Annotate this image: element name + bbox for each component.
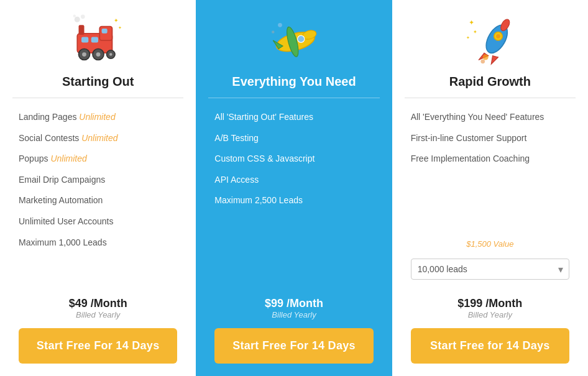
billing-period: Billed Yearly bbox=[265, 310, 323, 319]
svg-text:✦: ✦ bbox=[473, 29, 477, 35]
divider bbox=[405, 98, 576, 98]
features-list: Landing Pages UnlimitedSocial Contests U… bbox=[12, 107, 183, 286]
feature-item: Free Implementation Coaching bbox=[411, 149, 569, 170]
train-icon: ✦ ✦ bbox=[70, 12, 126, 68]
feature-item: API Access bbox=[214, 170, 373, 191]
leads-dropdown-wrap: 10,000 leads25,000 leads50,000 leads100,… bbox=[405, 252, 576, 286]
plan-name: Rapid Growth bbox=[449, 75, 531, 89]
cta-button[interactable]: Start Free for 14 Days bbox=[411, 328, 569, 364]
price: $49 /Month bbox=[69, 297, 127, 310]
svg-point-13 bbox=[81, 14, 85, 19]
pricing-info: $99 /MonthBilled Yearly bbox=[265, 297, 323, 319]
feature-item: All 'Starting Out' Features bbox=[214, 107, 373, 128]
pricing-info: $199 /MonthBilled Yearly bbox=[457, 297, 522, 319]
feature-item: All 'Everything You Need' Features bbox=[411, 107, 569, 128]
svg-point-8 bbox=[96, 52, 100, 57]
feature-item: Email Drip Campaigns bbox=[19, 170, 177, 191]
value-note: $1,500 Value bbox=[460, 238, 520, 252]
plan-name: Starting Out bbox=[62, 75, 134, 89]
billing-period: Billed Yearly bbox=[69, 310, 127, 319]
svg-point-14 bbox=[73, 14, 76, 17]
feature-item: Marketing Automation bbox=[19, 190, 177, 211]
leads-dropdown[interactable]: 10,000 leads25,000 leads50,000 leads100,… bbox=[411, 259, 569, 280]
svg-rect-3 bbox=[91, 37, 98, 42]
price: $199 /Month bbox=[457, 297, 522, 310]
svg-rect-11 bbox=[78, 25, 84, 35]
svg-rect-2 bbox=[81, 37, 88, 42]
svg-text:✦: ✦ bbox=[466, 35, 470, 40]
feature-item: Unlimited User Accounts bbox=[19, 211, 177, 232]
feature-item: Custom CSS & Javascript bbox=[214, 149, 373, 170]
feature-item: First-in-line Customer Support bbox=[411, 128, 569, 149]
billing-period: Billed Yearly bbox=[457, 310, 522, 319]
svg-point-10 bbox=[109, 53, 113, 56]
svg-point-6 bbox=[82, 52, 86, 57]
feature-item: A/B Testing bbox=[214, 128, 373, 149]
svg-text:✦: ✦ bbox=[469, 19, 475, 26]
price: $99 /Month bbox=[265, 297, 323, 310]
divider bbox=[208, 98, 379, 98]
svg-text:✦: ✦ bbox=[117, 25, 121, 30]
svg-point-12 bbox=[74, 17, 80, 22]
svg-marker-29 bbox=[492, 56, 498, 65]
feature-highlight: Unlimited bbox=[79, 112, 115, 122]
card-starting-out: ✦ ✦ Starting OutLanding Pages UnlimitedS… bbox=[0, 0, 196, 376]
cta-button[interactable]: Start Free For 14 Days bbox=[214, 328, 373, 364]
feature-item: Maximum 2,500 Leads bbox=[214, 190, 373, 211]
features-list: All 'Everything You Need' FeaturesFirst-… bbox=[405, 107, 576, 238]
card-everything-you-need: Everything You NeedAll 'Starting Out' Fe… bbox=[196, 0, 392, 376]
feature-item: Maximum 1,000 Leads bbox=[19, 232, 177, 254]
pricing-container: ✦ ✦ Starting OutLanding Pages UnlimitedS… bbox=[0, 0, 588, 376]
cta-button[interactable]: Start Free For 14 Days bbox=[19, 328, 177, 364]
svg-rect-4 bbox=[101, 29, 107, 34]
feature-item: Landing Pages Unlimited bbox=[19, 107, 177, 128]
svg-point-27 bbox=[496, 34, 500, 39]
svg-point-31 bbox=[481, 59, 485, 63]
svg-point-21 bbox=[298, 35, 305, 42]
svg-point-22 bbox=[278, 23, 282, 27]
rocket-icon: ✦ ✦ ✦ bbox=[462, 12, 518, 68]
pricing-info: $49 /MonthBilled Yearly bbox=[69, 297, 127, 319]
card-rapid-growth: ✦ ✦ ✦ Rapid GrowthAll 'Everything You Ne… bbox=[392, 0, 588, 376]
feature-highlight: Unlimited bbox=[81, 133, 117, 143]
divider bbox=[12, 98, 183, 98]
plane-icon bbox=[266, 12, 322, 68]
feature-highlight: Unlimited bbox=[50, 154, 86, 163]
plan-name: Everything You Need bbox=[232, 75, 356, 89]
features-list: All 'Starting Out' FeaturesA/B TestingCu… bbox=[208, 107, 379, 286]
svg-point-23 bbox=[272, 30, 275, 34]
svg-text:✦: ✦ bbox=[113, 17, 118, 24]
feature-item: Social Contests Unlimited bbox=[19, 128, 177, 149]
feature-item: Popups Unlimited bbox=[19, 149, 177, 170]
svg-point-30 bbox=[483, 55, 489, 60]
